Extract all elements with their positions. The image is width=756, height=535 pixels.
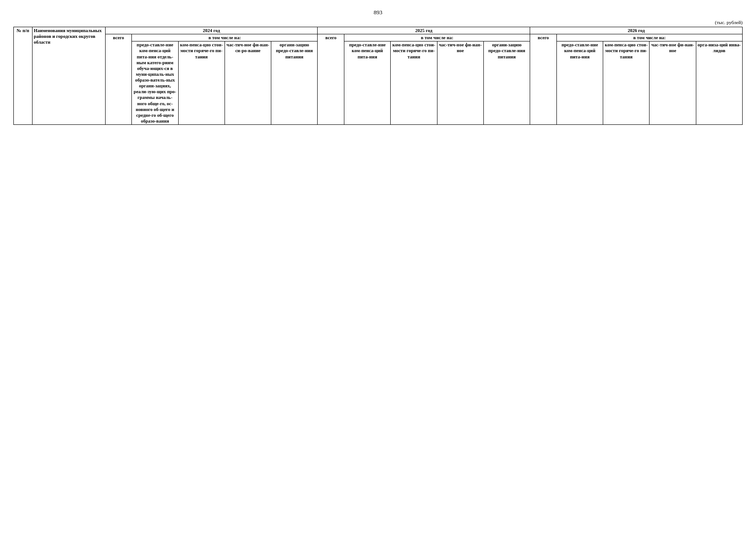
col-header-2026: 2026 год xyxy=(530,27,743,34)
header-row-2: всего в том числе на: всего в том числе … xyxy=(14,34,743,41)
col-header-2024: 2024 год xyxy=(105,27,318,34)
main-table: № п/п Наименования муниципальных районов… xyxy=(13,27,743,125)
col-vtomchisle-2024: в том числе на: xyxy=(132,34,318,41)
sub-chastich-2024: час-тич-ное фи-нан-си-ро-вание xyxy=(225,41,271,125)
sub-organi-2025: органи-зацию предо-ставле-ния питания xyxy=(483,41,530,125)
col-vsego-2026: всего xyxy=(530,34,557,125)
sub-chastich-2025: час-тич-ное фи-нан-ное xyxy=(437,41,483,125)
col-header-name: Наименования муниципальных районов и гор… xyxy=(32,27,105,125)
col-vtomchisle-2025: в том числе на: xyxy=(344,34,530,41)
sub-kompensacii-2026: ком-пенса-цио стои-мости горяче-го пи-та… xyxy=(603,41,650,125)
sub-organi-2026: орга-низа-ций инва-лидов xyxy=(696,41,742,125)
col-vsego-2025: всего xyxy=(318,34,344,125)
units-label: (тыс. рублей) xyxy=(13,20,743,25)
page: 893 (тыс. рублей) № п/п Наименования мун… xyxy=(0,0,756,535)
sub-predostavlenie-2025: предо-ставле-ние ком-пенса-ций пита-ния xyxy=(344,41,390,125)
sub-kompensacii-2025: ком-пенса-цио стои-мости горяче-го пи-та… xyxy=(391,41,437,125)
sub-kompensacii-2024: ком-пенса-цио стои-мости горяче-го пи-та… xyxy=(178,41,225,125)
sub-chastich-2026: час-тич-ное фи-нан-ное xyxy=(650,41,696,125)
header-row-1: № п/п Наименования муниципальных районов… xyxy=(14,27,743,34)
page-number: 893 xyxy=(13,9,743,16)
col-header-2025: 2025 год xyxy=(318,27,530,34)
sub-predostavlenie-2024: предо-ставле-ние ком-пенса-ций пита-ния … xyxy=(132,41,178,125)
col-vtomchisle-2026: в том числе на: xyxy=(556,34,742,41)
col-header-no: № п/п xyxy=(14,27,33,125)
sub-predostavlenie-2026: предо-ставле-ние ком-пенса-ций пита-ния xyxy=(556,41,603,125)
sub-organi-2024: органи-зацию предо-ставле-ния питания xyxy=(271,41,318,125)
col-vsego-2024: всего xyxy=(105,34,132,125)
